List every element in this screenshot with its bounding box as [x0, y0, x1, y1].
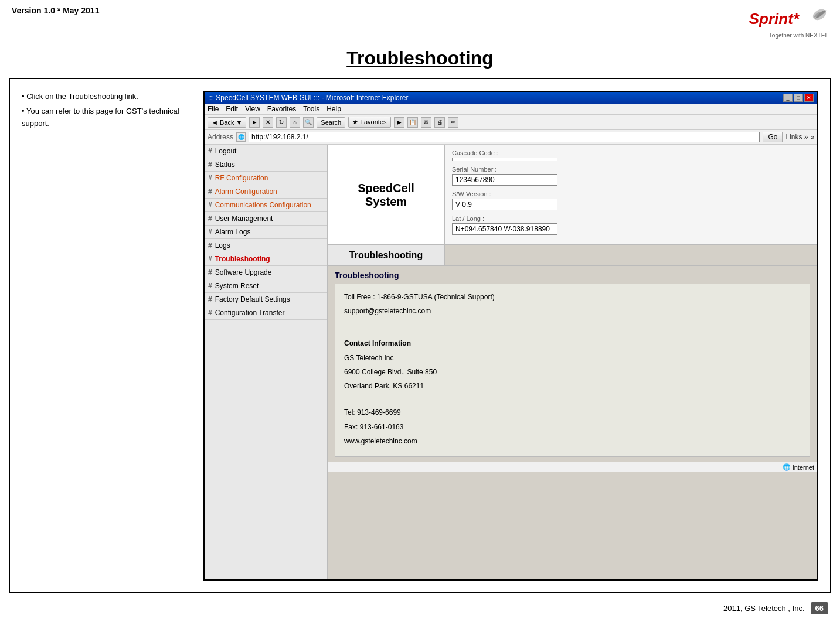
email: support@gsteletechinc.com [344, 305, 801, 317]
nav-item-status[interactable]: # Status [205, 158, 327, 172]
sw-version-label: S/W Version : [452, 190, 810, 197]
cascade-code-value [452, 158, 557, 161]
address1: 6900 College Blvd., Suite 850 [344, 366, 801, 378]
nav-item-rf-config[interactable]: # RF Configuration [205, 172, 327, 185]
media-button[interactable]: ▶ [394, 117, 404, 128]
browser-toolbar: ◄ Back ▼ ► ✕ ↻ ⌂ 🔍 Search ★ Favorites ▶ … [205, 115, 817, 130]
fax: Fax: 913-661-0163 [344, 421, 801, 433]
maximize-button[interactable]: □ [794, 94, 803, 102]
content-area: SpeedCell System Cascade Code : Serial N… [328, 145, 817, 579]
links-button[interactable]: Links » [785, 133, 808, 141]
speedcell-title-line2: System [365, 195, 407, 209]
go-button[interactable]: Go [763, 132, 783, 142]
main-content: • Click on the Troubleshooting link. • Y… [9, 78, 831, 593]
bullet-1: • Click on the Troubleshooting link. [22, 91, 186, 103]
mail-button[interactable]: ✉ [421, 117, 431, 128]
sprint-logo-text: Sprint* [749, 10, 799, 28]
internet-icon: 🌐 [783, 463, 791, 471]
close-button[interactable]: ✕ [804, 94, 814, 102]
address-icon: 🌐 [236, 132, 246, 142]
nav-item-logout[interactable]: # Logout [205, 145, 327, 158]
company: GS Teletech Inc [344, 352, 801, 364]
nav-item-user-mgmt[interactable]: # User Management [205, 212, 327, 226]
browser-menubar: File Edit View Favorites Tools Help [205, 104, 817, 115]
stop-button[interactable]: ✕ [263, 117, 273, 128]
forward-button[interactable]: ► [249, 117, 260, 128]
serial-number-row: Serial Number : 1234567890 [452, 166, 810, 186]
cascade-code-label: Cascade Code : [452, 149, 810, 156]
address2: Overland Park, KS 66211 [344, 380, 801, 392]
browser-content: # Logout # Status # RF Configuration # A… [205, 145, 817, 579]
toll-free: Toll Free : 1-866-9-GSTUSA (Technical Su… [344, 291, 801, 303]
cascade-code-row: Cascade Code : [452, 149, 810, 161]
page-footer: 2011, GS Teletech , Inc. 66 [0, 596, 840, 620]
device-info: Cascade Code : Serial Number : 123456789… [445, 145, 817, 245]
page-header: Version 1.0 * May 2011 Sprint* Together … [0, 0, 840, 42]
nav-item-comms-config[interactable]: # Communications Configuration [205, 199, 327, 212]
page-title-section: Troubleshooting [0, 42, 840, 78]
ts-section-title: Troubleshooting [335, 271, 810, 280]
nav-item-system-reset[interactable]: # System Reset [205, 279, 327, 293]
nav-item-factory-default[interactable]: # Factory Default Settings [205, 293, 327, 306]
browser-titlebar: ::: SpeedCell SYSTEM WEB GUI ::: - Micro… [205, 92, 817, 104]
left-panel: • Click on the Troubleshooting link. • Y… [22, 91, 186, 581]
ts-label-row: Troubleshooting [328, 245, 817, 266]
serial-number-label: Serial Number : [452, 166, 810, 173]
speedcell-title-line1: SpeedCell [358, 181, 414, 195]
nav-item-config-transfer[interactable]: # Configuration Transfer [205, 306, 327, 320]
browser-window: ::: SpeedCell SYSTEM WEB GUI ::: - Micro… [203, 91, 818, 581]
ts-page-label: Troubleshooting [328, 245, 445, 265]
lat-long-value: N+094.657840 W-038.918890 [452, 223, 557, 235]
troubleshooting-section: Troubleshooting Toll Free : 1-866-9-GSTU… [328, 266, 817, 462]
search-button[interactable]: Search [317, 117, 345, 128]
nav-item-alarm-logs[interactable]: # Alarm Logs [205, 226, 327, 239]
favorites-button[interactable]: ★ Favorites [348, 117, 390, 128]
page-title: Troubleshooting [0, 47, 840, 69]
menu-file[interactable]: File [208, 105, 219, 113]
footer-text: 2011, GS Teletech , Inc. [723, 604, 805, 613]
menu-favorites[interactable]: Favorites [267, 105, 296, 113]
nav-item-troubleshooting[interactable]: # Troubleshooting [205, 252, 327, 266]
search-icon[interactable]: 🔍 [303, 117, 314, 128]
ts-content: Toll Free : 1-866-9-GSTUSA (Technical Su… [335, 284, 810, 457]
lat-long-row: Lat / Long : N+094.657840 W-038.918890 [452, 215, 810, 235]
website: www.gsteletechinc.com [344, 435, 801, 447]
nav-menu: # Logout # Status # RF Configuration # A… [205, 145, 328, 579]
nav-item-software-upgrade[interactable]: # Software Upgrade [205, 266, 327, 279]
refresh-button[interactable]: ↻ [276, 117, 287, 128]
menu-tools[interactable]: Tools [303, 105, 319, 113]
home-button[interactable]: ⌂ [290, 117, 300, 128]
menu-view[interactable]: View [245, 105, 260, 113]
address-label: Address [208, 133, 233, 141]
minimize-button[interactable]: _ [783, 94, 793, 102]
sw-version-value: V 0.9 [452, 199, 557, 210]
links-expand-icon[interactable]: » [811, 134, 814, 141]
speedcell-brand: SpeedCell System [328, 145, 445, 245]
internet-zone: 🌐 Internet [783, 463, 814, 471]
page-number: 66 [811, 602, 828, 614]
nav-item-logs[interactable]: # Logs [205, 239, 327, 252]
edit-button[interactable]: ✏ [448, 117, 458, 128]
sprint-bird-icon [802, 6, 828, 32]
browser-controls: _ □ ✕ [783, 94, 814, 102]
print-button[interactable]: 🖨 [434, 117, 445, 128]
sprint-tagline: Together with NEXTEL [769, 32, 828, 39]
history-button[interactable]: 📋 [407, 117, 418, 128]
serial-number-value: 1234567890 [452, 174, 557, 186]
browser-addressbar: Address 🌐 Go Links » » [205, 130, 817, 145]
lat-long-label: Lat / Long : [452, 215, 810, 222]
tel: Tel: 913-469-6699 [344, 407, 801, 418]
menu-help[interactable]: Help [327, 105, 341, 113]
contact-header: Contact Information [344, 337, 801, 349]
bullet-2: • You can refer to this page for GST's t… [22, 105, 186, 130]
browser-title: ::: SpeedCell SYSTEM WEB GUI ::: - Micro… [208, 94, 408, 102]
menu-edit[interactable]: Edit [226, 105, 238, 113]
sprint-logo: Sprint* Together with NEXTEL [749, 6, 828, 39]
back-button[interactable]: ◄ Back ▼ [208, 117, 246, 128]
version-text: Version 1.0 * May 2011 [12, 6, 99, 15]
nav-item-alarm-config[interactable]: # Alarm Configuration [205, 185, 327, 199]
browser-statusbar: 🌐 Internet [328, 462, 817, 472]
sw-version-row: S/W Version : V 0.9 [452, 190, 810, 210]
top-panel: SpeedCell System Cascade Code : Serial N… [328, 145, 817, 245]
address-input[interactable] [249, 132, 760, 142]
